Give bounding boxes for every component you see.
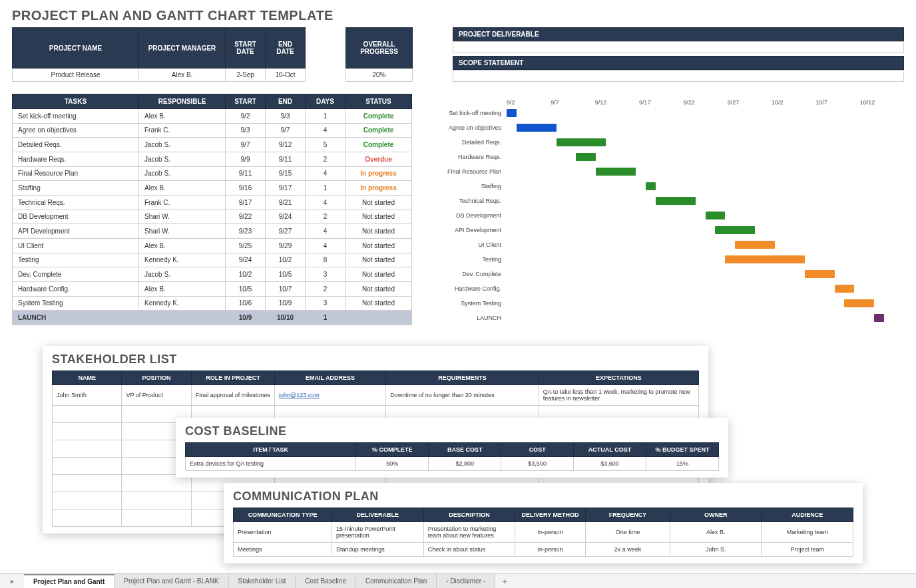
cost-cell[interactable]: $2,800 <box>429 457 501 471</box>
task-cell[interactable]: 9/15 <box>266 166 306 181</box>
task-cell[interactable]: 2 <box>306 210 345 224</box>
task-cell[interactable]: 9/12 <box>266 138 306 152</box>
cost-cell[interactable]: Extra devices for QA testing <box>186 457 356 471</box>
task-cell[interactable]: 3 <box>306 296 345 311</box>
deliverable-cell[interactable] <box>453 41 904 53</box>
task-cell[interactable]: 4 <box>306 123 345 138</box>
task-cell[interactable]: Technical Reqs. <box>13 195 139 210</box>
sh-cell[interactable]: john@123.com <box>275 385 386 406</box>
task-cell[interactable]: UI Client <box>13 238 139 253</box>
task-cell[interactable]: Complete <box>345 109 412 124</box>
task-cell[interactable]: Jacob S. <box>139 152 226 166</box>
task-cell[interactable]: Alex B. <box>139 238 226 253</box>
task-cell[interactable]: 8 <box>306 253 345 267</box>
task-cell[interactable] <box>345 311 412 325</box>
task-cell[interactable]: Complete <box>345 138 412 152</box>
sh-cell[interactable]: VP of Product <box>122 385 191 406</box>
overall-value[interactable]: 20% <box>346 69 413 82</box>
task-cell[interactable]: 9/27 <box>266 224 306 239</box>
comm-cell[interactable]: In-person <box>515 543 586 557</box>
task-cell[interactable]: 1 <box>306 109 345 124</box>
task-cell[interactable]: System Testing <box>13 296 139 311</box>
task-cell[interactable]: Not started <box>345 267 412 282</box>
task-cell[interactable]: DB Development <box>13 210 139 224</box>
task-cell[interactable]: 9/29 <box>266 238 306 253</box>
task-cell[interactable]: 10/2 <box>226 267 266 282</box>
task-cell[interactable]: Not started <box>345 238 412 253</box>
task-cell[interactable]: 9/21 <box>266 195 306 210</box>
sheet-tab[interactable]: Project Plan and Gantt <box>24 574 114 588</box>
sh-cell[interactable]: John Smith <box>53 385 122 406</box>
val-start-date[interactable]: 2-Sep <box>226 69 266 82</box>
task-cell[interactable]: Not started <box>345 296 412 311</box>
email-link[interactable]: john@123.com <box>279 392 320 398</box>
task-cell[interactable]: Not started <box>345 253 412 267</box>
task-cell[interactable]: 4 <box>306 166 345 181</box>
task-cell[interactable]: Jacob S. <box>139 138 226 152</box>
comm-cell[interactable]: Project team <box>762 543 853 557</box>
sheet-tab[interactable]: Cost Baseline <box>296 574 356 588</box>
task-cell[interactable]: 5 <box>306 138 345 152</box>
task-cell[interactable]: 9/7 <box>266 123 306 138</box>
sheet-tab[interactable]: Communication Plan <box>356 574 437 588</box>
comm-cell[interactable]: Alex B. <box>670 522 762 543</box>
task-cell[interactable]: 4 <box>306 238 345 253</box>
task-cell[interactable]: 10/5 <box>266 267 306 282</box>
task-cell[interactable]: 10/7 <box>266 281 306 296</box>
tab-nav-icon[interactable]: ▸ <box>0 574 24 588</box>
task-cell[interactable]: Dev. Complete <box>13 267 139 282</box>
cost-cell[interactable]: $3,500 <box>501 457 574 471</box>
task-cell[interactable]: Complete <box>345 123 412 138</box>
scope-cell[interactable] <box>453 70 904 82</box>
comm-cell[interactable]: Presentation <box>234 522 332 543</box>
comm-cell[interactable]: Check in about status <box>423 543 515 557</box>
task-cell[interactable]: 4 <box>306 224 345 239</box>
comm-cell[interactable]: Marketing team <box>762 522 853 543</box>
sh-cell[interactable]: QA to take less than 1 week, marketing t… <box>539 385 698 406</box>
task-cell[interactable]: LAUNCH <box>13 311 139 325</box>
task-cell[interactable]: 9/3 <box>226 123 266 138</box>
task-cell[interactable]: 2 <box>306 152 345 166</box>
task-cell[interactable]: 9/7 <box>226 138 266 152</box>
task-cell[interactable]: 10/9 <box>266 296 306 311</box>
task-cell[interactable]: In progress <box>345 166 412 181</box>
sheet-tab[interactable]: - Disclaimer - <box>437 574 495 588</box>
task-cell[interactable]: Frank C. <box>139 123 226 138</box>
task-cell[interactable]: 10/6 <box>226 296 266 311</box>
task-cell[interactable]: Overdue <box>345 152 412 166</box>
task-cell[interactable]: 9/24 <box>266 210 306 224</box>
task-cell[interactable]: Agree on objectives <box>13 123 139 138</box>
task-cell[interactable]: Alex B. <box>139 109 226 124</box>
task-cell[interactable]: 9/3 <box>266 109 306 124</box>
comm-cell[interactable]: 15-minute PowerPoint presentation <box>332 522 424 543</box>
val-end-date[interactable]: 10-Oct <box>266 69 306 82</box>
sheet-tab[interactable]: Project Plan and Gantt - BLANK <box>114 574 228 588</box>
task-cell[interactable]: 1 <box>306 181 345 196</box>
task-cell[interactable]: 10/2 <box>266 253 306 267</box>
task-cell[interactable]: 9/24 <box>226 253 266 267</box>
task-cell[interactable]: Shari W. <box>139 224 226 239</box>
task-cell[interactable] <box>139 311 226 325</box>
task-cell[interactable]: 9/11 <box>226 166 266 181</box>
val-project-manager[interactable]: Alex B. <box>139 69 226 82</box>
task-cell[interactable]: Detailed Reqs. <box>13 138 139 152</box>
task-cell[interactable]: 9/17 <box>226 195 266 210</box>
task-cell[interactable]: Hardware Config. <box>13 281 139 296</box>
task-cell[interactable]: Set kick-off meeting <box>13 109 139 124</box>
task-cell[interactable]: Not started <box>345 210 412 224</box>
cost-cell[interactable]: $3,600 <box>574 457 646 471</box>
task-cell[interactable]: Kennedy K. <box>139 296 226 311</box>
task-cell[interactable]: Not started <box>345 224 412 239</box>
sheet-tab[interactable]: Stakeholder List <box>229 574 296 588</box>
comm-cell[interactable]: 2x a week <box>585 543 670 557</box>
task-cell[interactable]: 10/10 <box>266 311 306 325</box>
task-cell[interactable]: 3 <box>306 267 345 282</box>
task-cell[interactable]: 2 <box>306 281 345 296</box>
comm-cell[interactable]: John S. <box>670 543 762 557</box>
task-cell[interactable]: 1 <box>306 311 345 325</box>
task-cell[interactable]: 9/11 <box>266 152 306 166</box>
cost-cell[interactable]: 50% <box>356 457 429 471</box>
task-cell[interactable]: Testing <box>13 253 139 267</box>
sh-cell[interactable]: Final approval of milestones <box>191 385 274 406</box>
task-cell[interactable]: Jacob S. <box>139 267 226 282</box>
